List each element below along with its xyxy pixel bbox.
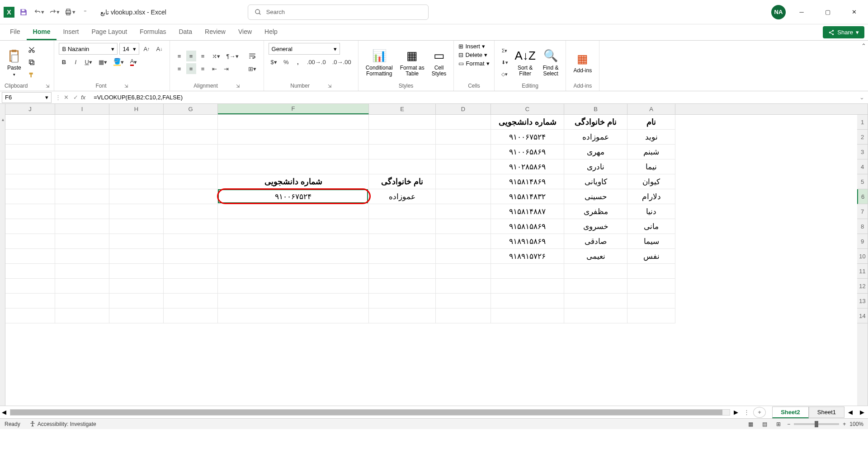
increase-indent[interactable]: ⇥ xyxy=(222,63,231,74)
cut-button[interactable] xyxy=(26,44,38,55)
font-launcher[interactable]: ⇲ xyxy=(124,84,128,89)
cell-I6[interactable] xyxy=(55,189,109,204)
cell-D4[interactable] xyxy=(436,159,491,174)
cell-H10[interactable] xyxy=(109,249,164,264)
tab-view[interactable]: View xyxy=(232,24,258,40)
tab-formulas[interactable]: Formulas xyxy=(133,24,172,40)
cell-D10[interactable] xyxy=(436,249,491,264)
cell-C13[interactable] xyxy=(491,294,564,308)
collapse-ribbon-button[interactable]: ⌃ xyxy=(859,41,868,91)
zoom-in-button[interactable]: + xyxy=(843,421,846,427)
alignment-launcher[interactable]: ⇲ xyxy=(236,84,240,89)
cell-F8[interactable] xyxy=(218,219,369,234)
font-size-combo[interactable]: 14▾ xyxy=(119,43,139,55)
cell-E9[interactable] xyxy=(369,234,436,249)
cell-F3[interactable] xyxy=(218,145,369,159)
search-input[interactable]: Search xyxy=(248,5,429,20)
zoom-out-button[interactable]: − xyxy=(787,421,790,427)
cell-H4[interactable] xyxy=(109,159,164,174)
cell-E8[interactable] xyxy=(369,219,436,234)
cell-F2[interactable] xyxy=(218,130,369,145)
cell-D7[interactable] xyxy=(436,204,491,219)
redo-icon[interactable]: ▾ xyxy=(48,6,61,19)
rtl-button[interactable]: ¶→▾ xyxy=(224,51,241,61)
cell-B6[interactable]: حسینی xyxy=(564,189,627,204)
cell-H14[interactable] xyxy=(109,308,164,323)
cell-J13[interactable] xyxy=(5,294,55,308)
cell-I3[interactable] xyxy=(55,145,109,159)
row-header-2[interactable]: 2 xyxy=(857,130,868,145)
underline-button[interactable]: U▾ xyxy=(82,56,94,67)
share-button[interactable]: Share ▾ xyxy=(823,26,864,38)
cell-A3[interactable]: شبنم xyxy=(627,145,675,159)
cell-I5[interactable] xyxy=(55,174,109,189)
horizontal-scrollbar[interactable]: ◀ ▶ xyxy=(0,409,740,416)
cell-B13[interactable] xyxy=(564,294,627,308)
cell-E13[interactable] xyxy=(369,294,436,308)
cell-B8[interactable]: خسروی xyxy=(564,219,627,234)
cell-B14[interactable] xyxy=(564,308,627,323)
cell-A12[interactable] xyxy=(627,279,675,294)
cell-J2[interactable] xyxy=(5,130,55,145)
format-cells-button[interactable]: ▭Format ▾ xyxy=(458,60,489,67)
save-icon[interactable] xyxy=(17,6,30,19)
cell-H13[interactable] xyxy=(109,294,164,308)
cell-J11[interactable] xyxy=(5,264,55,279)
cell-D14[interactable] xyxy=(436,308,491,323)
increase-font-button[interactable]: A↑ xyxy=(141,43,152,54)
cell-F14[interactable] xyxy=(218,308,369,323)
tab-insert[interactable]: Insert xyxy=(57,24,85,40)
clear-button[interactable]: ◇▾ xyxy=(499,69,510,79)
cell-A2[interactable]: نوید xyxy=(627,130,675,145)
cell-C12[interactable] xyxy=(491,279,564,294)
cell-B3[interactable]: مهری xyxy=(564,145,627,159)
increase-decimal[interactable]: .00→.0 xyxy=(305,56,328,67)
cell-E12[interactable] xyxy=(369,279,436,294)
cell-D1[interactable] xyxy=(436,115,491,130)
cell-J7[interactable] xyxy=(5,204,55,219)
cell-B9[interactable]: صادقی xyxy=(564,234,627,249)
cell-C2[interactable]: ۹۱۰۰۶۷۵۲۴ xyxy=(491,130,564,145)
cell-A11[interactable] xyxy=(627,264,675,279)
cell-F10[interactable] xyxy=(218,249,369,264)
cell-A7[interactable]: دنیا xyxy=(627,204,675,219)
cell-D8[interactable] xyxy=(436,219,491,234)
border-button[interactable]: ▦▾ xyxy=(96,56,109,67)
tab-help[interactable]: Help xyxy=(258,24,284,40)
find-select-button[interactable]: 🔍Find & Select xyxy=(540,46,561,79)
cell-E14[interactable] xyxy=(369,308,436,323)
conditional-formatting-button[interactable]: 📊Conditional Formatting xyxy=(363,46,396,79)
cell-C6[interactable]: ۹۱۵۸۱۴۸۳۲ xyxy=(491,189,564,204)
format-painter-button[interactable] xyxy=(26,70,38,80)
cell-B11[interactable] xyxy=(564,264,627,279)
align-bottom[interactable]: ≡ xyxy=(198,51,208,61)
cell-G14[interactable] xyxy=(164,308,218,323)
row-header-8[interactable]: 8 xyxy=(857,219,868,234)
maximize-button[interactable]: ▢ xyxy=(817,5,838,19)
cell-C9[interactable]: ۹۱۸۹۱۵۸۶۹ xyxy=(491,234,564,249)
cell-H5[interactable] xyxy=(109,174,164,189)
cell-A8[interactable]: مانی xyxy=(627,219,675,234)
cell-J6[interactable] xyxy=(5,189,55,204)
row-header-4[interactable]: 4 xyxy=(857,159,868,174)
decrease-decimal[interactable]: .0→.00 xyxy=(330,56,354,67)
cell-H7[interactable] xyxy=(109,204,164,219)
row-header-13[interactable]: 13 xyxy=(857,294,868,308)
cell-G3[interactable] xyxy=(164,145,218,159)
cell-J3[interactable] xyxy=(5,145,55,159)
cell-H11[interactable] xyxy=(109,264,164,279)
cell-D11[interactable] xyxy=(436,264,491,279)
name-box[interactable]: F6▾ xyxy=(2,92,52,103)
cell-F11[interactable] xyxy=(218,264,369,279)
cell-E10[interactable] xyxy=(369,249,436,264)
row-header-3[interactable]: 3 xyxy=(857,145,868,159)
row-header-12[interactable]: 12 xyxy=(857,279,868,294)
cell-C7[interactable]: ۹۱۵۸۱۴۸۸۷ xyxy=(491,204,564,219)
row-header-7[interactable]: 7 xyxy=(857,204,868,219)
cell-I2[interactable] xyxy=(55,130,109,145)
zoom-level[interactable]: 100% xyxy=(849,421,863,427)
col-header-D[interactable]: D xyxy=(436,104,491,114)
close-button[interactable]: ✕ xyxy=(844,5,864,19)
cell-G8[interactable] xyxy=(164,219,218,234)
cell-B1[interactable]: نام خانوادگی xyxy=(564,115,627,130)
